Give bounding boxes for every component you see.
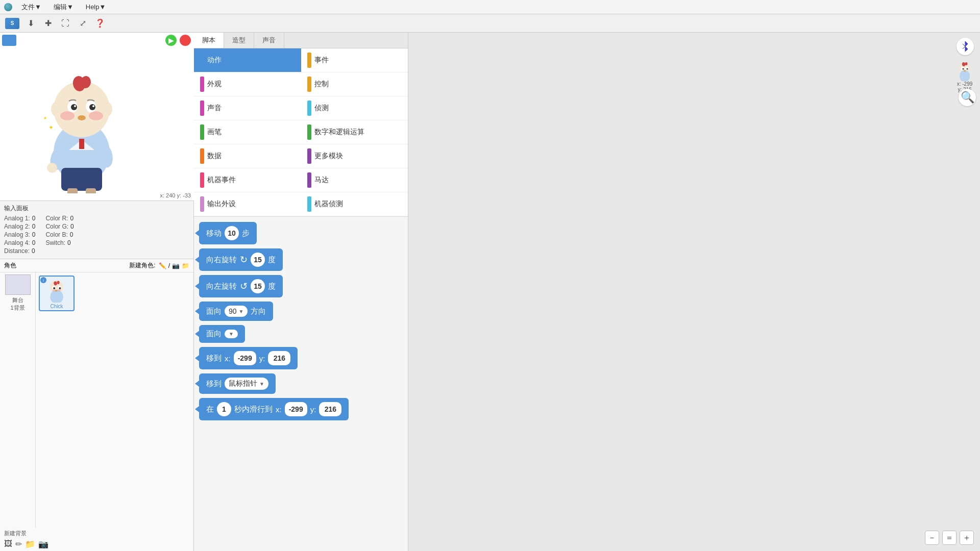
stage-thumbnail[interactable] [5,274,31,295]
bg-folder-icon[interactable]: 📁 [25,539,35,549]
green-flag-button[interactable]: ▶ [165,35,177,46]
edit-sprite-icon[interactable]: / [168,262,170,269]
category-control-label: 控制 [314,80,329,89]
block-goto-target[interactable]: 移到 鼠标指针 ▼ [199,373,276,394]
zoom-in-button[interactable]: ＋ [960,531,974,545]
data-color-dot [200,148,204,164]
colorb-label: Color B: [45,231,67,238]
new-bg-section: 新建背景 🖼 ✏ 📁 📷 [0,528,193,551]
category-events[interactable]: 事件 [301,48,408,72]
chick-character: ✦ ★ [31,51,133,193]
sensing-color-dot [307,101,311,116]
svg-point-8 [71,104,77,110]
block-turn-right-prefix: 向右旋转 [206,255,237,265]
category-motion[interactable]: 动作 [194,48,301,72]
category-looks[interactable]: 外观 [194,72,301,96]
block-glide-y-value[interactable]: 216 [319,402,341,416]
svg-point-11 [92,105,94,107]
svg-point-4 [60,111,75,120]
block-turn-right-value[interactable]: 15 [251,253,265,267]
add-icon[interactable]: ✚ [42,17,54,30]
help-icon[interactable]: ❓ [94,17,106,30]
fullscreen-icon[interactable]: ⛶ [59,17,71,30]
zoom-out-button[interactable]: － [925,531,939,545]
category-motor[interactable]: 马达 [301,168,408,192]
menu-file[interactable]: 文件▼ [18,2,44,13]
sprite-item-chick[interactable]: i [39,276,75,311]
block-face-toward-dropdown[interactable]: ▼ [225,330,238,338]
analog1-item: Analog 1: 0 [4,215,35,222]
svg-text:★: ★ [43,116,47,120]
sprite-header: 角色 新建角色: ✏️ / 📷 📁 [0,259,193,272]
block-goto-x-value[interactable]: -299 [234,351,256,365]
expand-icon[interactable]: ⤢ [77,17,89,30]
save-icon[interactable]: ⬇ [24,17,37,30]
block-turn-left[interactable]: 向左旋转 ↺ 15 度 [199,275,283,297]
category-robot-events[interactable]: 机器事件 [194,168,301,192]
svg-text:✦: ✦ [48,124,54,131]
svg-point-9 [89,104,95,110]
category-sound[interactable]: 声音 [194,96,301,120]
block-move[interactable]: 移动 10 步 [199,222,257,244]
block-goto-y-value[interactable]: 216 [268,351,290,365]
stage-label: 舞台 [12,296,23,304]
bg-tools: 🖼 ✏ 📁 📷 [4,539,189,549]
zoom-reset-button[interactable]: ＝ [942,531,957,545]
block-face-toward[interactable]: 面向 ▼ [199,325,245,343]
tab-costume[interactable]: 造型 [224,33,254,48]
switch-value: 0 [67,239,71,246]
menu-edit[interactable]: 编辑▼ [51,2,77,13]
robot-sensing-color-dot [307,196,311,212]
category-sensing[interactable]: 侦测 [301,96,408,120]
block-face-direction[interactable]: 面向 90 ▼ 方向 [199,302,273,321]
bluetooth-icon[interactable] [957,38,974,55]
category-more-label: 更多模块 [314,152,343,161]
bg-paint-icon[interactable]: 🖼 [4,539,12,549]
tab-sound[interactable]: 声音 [254,33,284,48]
category-sound-label: 声音 [207,104,222,113]
category-robot-sensing[interactable]: 机器侦测 [301,192,408,216]
zoom-out-sad-icon[interactable]: 🔍 [959,89,976,106]
block-face-dropdown[interactable]: 90 ▼ [225,306,248,317]
category-more[interactable]: 更多模块 [301,144,408,168]
distance-item: Distance: 0 [4,247,35,255]
photo-sprite-icon[interactable]: 📷 [172,262,180,269]
sprite-header-label: 角色 [4,261,16,270]
stage-section: 舞台 1背景 [0,272,36,528]
zoom-controls: － ＝ ＋ [925,531,974,545]
tab-script[interactable]: 脚本 [194,33,224,48]
block-move-prefix: 移动 [206,229,222,238]
svg-point-25 [50,290,63,303]
folder-sprite-icon[interactable]: 📁 [182,262,189,269]
block-glide-x-label: x: [276,405,282,414]
block-glide[interactable]: 在 1 秒内滑行到 x: -299 y: 216 [199,398,349,420]
category-output[interactable]: 输出外设 [194,192,301,216]
category-data[interactable]: 数据 [194,144,301,168]
block-turn-right-suffix: 度 [268,255,276,265]
colorb-value: 0 [70,231,74,238]
block-turn-right[interactable]: 向右旋转 ↻ 15 度 [199,248,283,271]
block-goto-target-dropdown[interactable]: 鼠标指针 ▼ [225,378,268,390]
looks-color-dot [200,77,204,92]
block-goto-xy[interactable]: 移到 x: -299 y: 216 [199,347,298,369]
category-operators[interactable]: 数字和逻辑运算 [301,120,408,144]
bg-edit-icon[interactable]: ✏ [15,539,22,549]
main-area: ▶ [0,33,980,551]
colorb-item: Color B: 0 [45,231,73,238]
category-pen[interactable]: 画笔 [194,120,301,144]
svg-point-40 [967,68,968,70]
events-color-dot [307,53,311,68]
analog2-item: Analog 2: 0 [4,223,35,230]
bg-camera-icon[interactable]: 📷 [38,539,48,549]
block-turn-left-value[interactable]: 15 [251,279,265,293]
paint-sprite-icon[interactable]: ✏️ [159,262,166,269]
block-glide-time-value[interactable]: 1 [217,402,231,416]
category-control[interactable]: 控制 [301,72,408,96]
sprite-preview: x: -299 y: 216 [955,61,974,92]
block-glide-x-value[interactable]: -299 [285,402,307,416]
stop-button[interactable] [180,35,191,46]
menu-help[interactable]: Help▼ [83,2,109,12]
colorr-label: Color R: [45,215,68,222]
block-move-value[interactable]: 10 [225,226,239,240]
stage-bg-label: 1背景 [10,304,24,312]
